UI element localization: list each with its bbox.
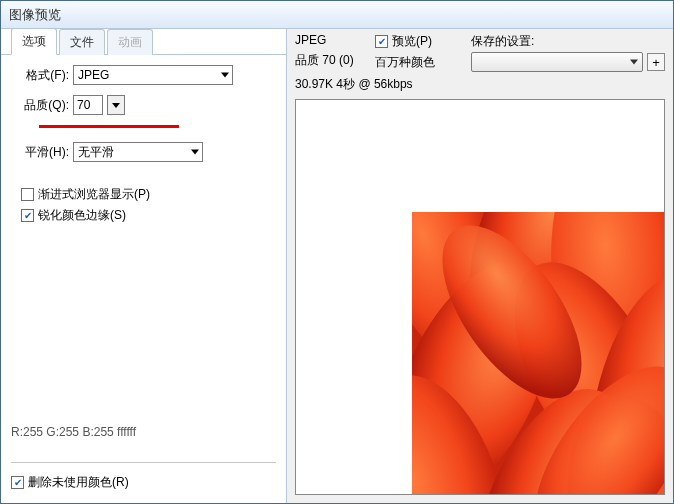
right-header-row3: 30.97K 4秒 @ 56kbps — [287, 76, 673, 97]
preview-checkbox-row[interactable]: ✔ 预览(P) — [375, 33, 471, 50]
plus-icon: + — [652, 56, 660, 69]
remove-unused-row[interactable]: ✔ 删除未使用颜色(R) — [11, 474, 129, 491]
chevron-down-icon — [112, 103, 120, 108]
image-preview-window: 图像预览 选项 文件 动画 格式(F): JPEG 品质(Q): — [0, 0, 674, 504]
options-panel: 格式(F): JPEG 品质(Q): 70 — [1, 55, 286, 238]
sharpen-checkbox[interactable]: ✔ — [21, 209, 34, 222]
quality-row: 品质(Q): 70 — [15, 95, 272, 115]
quality-slider-highlight[interactable] — [39, 125, 179, 128]
format-value: JPEG — [78, 68, 109, 82]
preview-colors-line: 百万种颜色 — [375, 52, 471, 72]
preview-checkbox[interactable]: ✔ — [375, 35, 388, 48]
right-header-row2: 品质 70 (0) 百万种颜色 + — [287, 50, 673, 76]
window-title: 图像预览 — [9, 6, 61, 24]
progressive-label: 渐进式浏览器显示(P) — [38, 186, 150, 203]
saved-settings-label: 保存的设置: — [471, 33, 534, 50]
rgb-readout: R:255 G:255 B:255 ffffff — [11, 425, 136, 439]
chevron-down-icon — [630, 60, 638, 65]
remove-unused-label: 删除未使用颜色(R) — [28, 474, 129, 491]
right-pane: JPEG ✔ 预览(P) 保存的设置: 品质 70 (0) 百万种颜色 — [287, 29, 673, 503]
quality-dropdown-button[interactable] — [107, 95, 125, 115]
add-saved-setting-button[interactable]: + — [647, 53, 665, 71]
smooth-select[interactable]: 无平滑 — [73, 142, 203, 162]
window-body: 选项 文件 动画 格式(F): JPEG 品质(Q): 70 — [1, 29, 673, 503]
saved-settings-controls: + — [471, 52, 665, 72]
tab-options[interactable]: 选项 — [11, 29, 57, 55]
right-header-row1: JPEG ✔ 预览(P) 保存的设置: — [287, 29, 673, 50]
smooth-value: 无平滑 — [78, 144, 114, 161]
preview-info-line: 30.97K 4秒 @ 56kbps — [295, 76, 413, 93]
format-row: 格式(F): JPEG — [15, 65, 272, 85]
tab-animation: 动画 — [107, 29, 153, 55]
format-select[interactable]: JPEG — [73, 65, 233, 85]
progressive-checkbox[interactable] — [21, 188, 34, 201]
saved-settings-row: 保存的设置: — [471, 33, 665, 50]
quality-value: 70 — [77, 98, 90, 112]
saved-settings-select[interactable] — [471, 52, 643, 72]
chevron-down-icon — [221, 73, 229, 78]
smooth-row: 平滑(H): 无平滑 — [15, 142, 272, 162]
tabs-bar: 选项 文件 动画 — [1, 29, 286, 55]
preview-canvas[interactable] — [295, 99, 665, 495]
preview-image — [412, 212, 664, 495]
remove-unused-checkbox[interactable]: ✔ — [11, 476, 24, 489]
sharpen-checkbox-row[interactable]: ✔ 锐化颜色边缘(S) — [15, 207, 272, 224]
quality-label: 品质(Q): — [15, 97, 73, 114]
smooth-label: 平滑(H): — [15, 144, 73, 161]
preview-format: JPEG — [295, 33, 375, 50]
separator — [11, 462, 276, 463]
titlebar[interactable]: 图像预览 — [1, 1, 673, 29]
left-pane: 选项 文件 动画 格式(F): JPEG 品质(Q): 70 — [1, 29, 287, 503]
chevron-down-icon — [191, 150, 199, 155]
preview-checkbox-label: 预览(P) — [392, 33, 432, 50]
preview-quality-line: 品质 70 (0) — [295, 52, 375, 72]
progressive-checkbox-row[interactable]: 渐进式浏览器显示(P) — [15, 186, 272, 203]
tab-file[interactable]: 文件 — [59, 29, 105, 55]
format-label: 格式(F): — [15, 67, 73, 84]
sharpen-label: 锐化颜色边缘(S) — [38, 207, 126, 224]
quality-input[interactable]: 70 — [73, 95, 103, 115]
